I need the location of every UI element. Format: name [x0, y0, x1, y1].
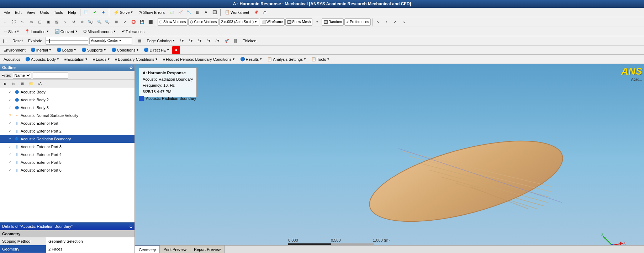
tb-r16[interactable]: ⭕ [130, 18, 137, 26]
tb-icon-plus[interactable]: ✚ [99, 9, 107, 16]
tree-btn-1[interactable]: ▶ [1, 80, 9, 88]
tb-r14[interactable]: ⊞ [112, 18, 120, 26]
tb-r4[interactable]: ▭ [27, 18, 35, 26]
tree-item-4[interactable]: ? ~ Acoustic Normal Surface Velocity [0, 112, 134, 119]
miscellaneous-btn[interactable]: ⬡ Miscellaneous ▼ [81, 28, 118, 34]
tree-btn-expand[interactable]: ⊞ [19, 80, 26, 88]
tree-btn-sort[interactable]: ↕A [36, 80, 43, 88]
convert-btn[interactable]: 🔄 Convert ▼ [53, 28, 80, 34]
acoustic-body-btn[interactable]: 🔵 Acoustic Body ▼ [23, 56, 62, 62]
excitation-btn[interactable]: ≡ Excitation ▼ [62, 56, 90, 62]
wireframe-btn[interactable]: ⬜ Wireframe [260, 18, 285, 26]
details-pin[interactable]: ⬙ [130, 224, 132, 229]
ruler-icon[interactable]: ||| [232, 37, 239, 45]
acoustics-btn[interactable]: Acoustics [1, 56, 22, 62]
tree-item-5[interactable]: ✓ || Acoustic Exterior Port [0, 119, 134, 127]
edge-coloring-btn[interactable]: Edge Coloring ▼ [145, 38, 178, 44]
slash-icon-3[interactable]: /▼ [196, 37, 204, 45]
tree-item-8[interactable]: ✓ || Acoustic Exterior Port 3 [0, 143, 134, 151]
slash-icon-4[interactable]: /▼ [205, 37, 213, 45]
show-errors-button[interactable]: ?/ Show Errors [136, 9, 167, 16]
tb-r2[interactable]: ⛶ [10, 18, 18, 26]
worksheet-button[interactable]: 📋 Worksheet [222, 9, 252, 16]
slash-icon-1[interactable]: /▼ [178, 37, 186, 45]
tb-icon-1[interactable]: 📄 [82, 9, 90, 16]
tb-chart1[interactable]: 📊 [168, 9, 176, 16]
tb-chart3[interactable]: 📉 [185, 9, 193, 16]
tree-item-2[interactable]: ✓ 🔵 Acoustic Body 2 [0, 96, 134, 104]
tb-r1[interactable]: ↔ [1, 18, 9, 26]
boundary-conditions-btn[interactable]: ≡ Boundary Conditions ▼ [113, 56, 160, 62]
arrow-btn-4[interactable]: ↘ [400, 18, 407, 26]
tree-btn-2[interactable]: ▷ [10, 80, 18, 88]
tb-tag-icon[interactable]: 🏷 [261, 9, 269, 16]
tb-r6[interactable]: ▣ [44, 18, 52, 26]
solve-button[interactable]: ⚡ Solve ▼ [111, 9, 136, 16]
tb-r11[interactable]: 🔍+ [87, 18, 95, 26]
fe-extra-btn[interactable]: ■ [172, 46, 180, 54]
tab-report-preview[interactable]: Report Preview [190, 246, 225, 253]
tb-icon-check[interactable]: ✔ [91, 9, 99, 16]
tb-r10[interactable]: ⊕ [78, 18, 86, 26]
tb-r8[interactable]: ▷ [61, 18, 69, 26]
tree-item-1[interactable]: ✓ 🔵 Acoustic Body [0, 88, 134, 96]
filter-select[interactable]: Name [13, 72, 31, 79]
thicken-btn[interactable]: Thicken [241, 38, 259, 44]
show-vertices-btn[interactable]: ⬡ Show Vertices [158, 18, 188, 26]
tab-geometry[interactable]: Geometry [135, 246, 160, 253]
tree-item-6[interactable]: ✓ || Acoustic Exterior Port 2 [0, 127, 134, 135]
menu-edit[interactable]: Edit [13, 10, 24, 15]
slash-icon-2[interactable]: /▼ [187, 37, 195, 45]
arrow-btn-2[interactable]: ↑ [382, 18, 390, 26]
tab-print-preview[interactable]: Print Preview [160, 246, 190, 253]
tb-r18[interactable]: ⬛ [147, 18, 154, 26]
conditions-btn[interactable]: 🔵 Conditions ▼ [109, 47, 141, 53]
menu-file[interactable]: File [1, 10, 12, 15]
viewport[interactable]: 0.000 0.500 1.000 (m) 0.250 0.750 Z X [135, 64, 644, 253]
tb-r13[interactable]: 🔍- [104, 18, 112, 26]
tolerances-btn[interactable]: ✔ Tolerances [120, 28, 147, 34]
location-btn[interactable]: 📍 Location ▼ [23, 28, 51, 34]
arrow-btn-3[interactable]: ↗ [391, 18, 399, 26]
arrow-btn-1[interactable]: ↖ [374, 18, 382, 26]
tb-r15[interactable]: ↙ [121, 18, 129, 26]
results-btn[interactable]: 🔵 Results ▼ [238, 56, 265, 62]
reset-btn[interactable]: Reset [10, 38, 25, 44]
tb-r12[interactable]: 🔍 [95, 18, 103, 26]
loads-menu-btn[interactable]: ≡ Loads ▼ [91, 56, 112, 62]
environment-btn[interactable]: Environment [1, 47, 28, 53]
reset-icon[interactable]: |← [1, 37, 9, 45]
outline-pin[interactable]: ⬙ [130, 65, 132, 70]
inertial-btn[interactable]: 🔵 Inertial ▼ [28, 47, 54, 53]
tb-chart4[interactable]: ▦ [194, 9, 201, 16]
tb-chart5[interactable]: A [202, 9, 210, 16]
tree-item-3[interactable]: ✓ 🔵 Acoustic Body 3 [0, 104, 134, 112]
direct-fe-btn[interactable]: 🔵 Direct FE ▼ [142, 47, 171, 53]
tb-chart2[interactable]: 📈 [176, 9, 184, 16]
rocket-icon[interactable]: 🚀 [223, 37, 231, 45]
tb-r9[interactable]: ↺ [70, 18, 78, 26]
random-btn[interactable]: 🔲 Random [322, 18, 344, 26]
tb-r5[interactable]: ▢ [36, 18, 43, 26]
filter-input[interactable] [33, 72, 68, 79]
slider-track[interactable] [46, 37, 88, 45]
preferences-btn[interactable]: ✔ Preferences [344, 18, 371, 26]
tb-r17[interactable]: 💾 [138, 18, 146, 26]
tree-item-9[interactable]: ✓ || Acoustic Exterior Port 4 [0, 151, 134, 158]
assembly-center-dropdown[interactable]: Assembly Center ▼ [89, 37, 132, 44]
supports-btn[interactable]: 🔵 Supports ▼ [79, 47, 109, 53]
tree-item-7[interactable]: ? 🔵 Acoustic Radiation Boundary [0, 135, 134, 143]
menu-units[interactable]: Units [38, 10, 51, 15]
loads-btn[interactable]: 🔵 Loads ▼ [54, 47, 79, 53]
tb-chart6[interactable]: 🔲 [211, 9, 218, 16]
menu-view[interactable]: View [25, 10, 37, 15]
analysis-settings-btn[interactable]: 📋 Analysis Settings ▼ [265, 56, 308, 62]
star-icon[interactable]: ✦ [313, 18, 321, 26]
tree-item-10[interactable]: ✓ || Acoustic Exterior Port 5 [0, 158, 134, 166]
slash-icon-5[interactable]: /▼ [214, 37, 222, 45]
tb-pin-icon[interactable]: 📌 [252, 9, 260, 16]
show-mesh-btn[interactable]: 🔲 Show Mesh [285, 18, 312, 26]
scale-dropdown[interactable]: 2.e-003 (Auto Scale) ▼ [219, 18, 259, 26]
tb-r3[interactable]: ↖ [19, 18, 26, 26]
tb-r7[interactable]: ▨ [53, 18, 60, 26]
